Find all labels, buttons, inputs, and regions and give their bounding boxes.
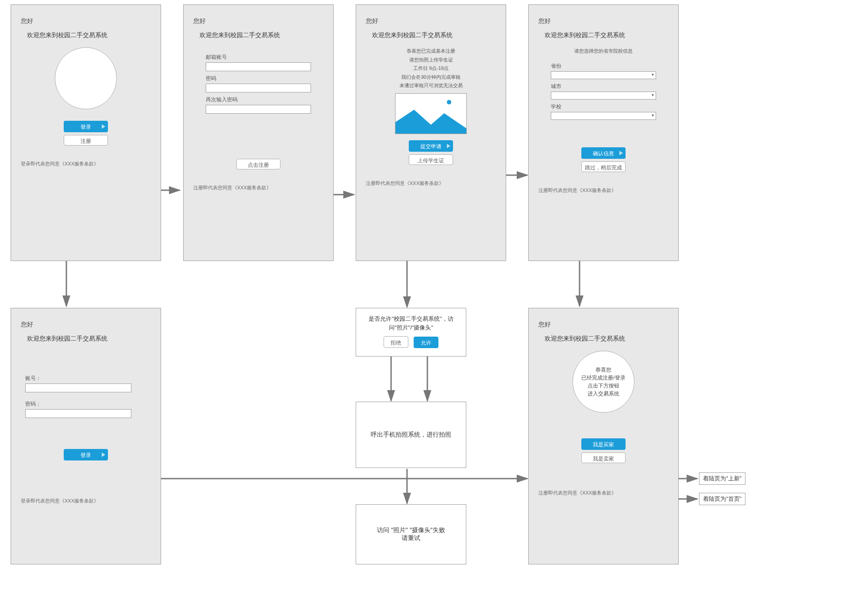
screen-select-school: 您好 欢迎您来到校园二手交易系统 请您选择您的省市院校信息 省份 城市 学校 确… — [528, 4, 679, 261]
seller-button[interactable]: 我是卖家 — [581, 453, 626, 463]
skip-button[interactable]: 跳过，稍后完成 — [581, 161, 626, 172]
circle-l3: 点击下方按钮 — [581, 382, 625, 390]
info-line-4: 我们会在30分钟内完成审核 — [366, 73, 496, 81]
province-select[interactable] — [551, 71, 656, 79]
fail-line-1: 访问 "照片" "摄像头"失败 — [377, 526, 445, 534]
label-password: 密码 — [206, 75, 311, 82]
password2-field[interactable] — [206, 105, 311, 114]
email-field[interactable] — [206, 62, 311, 71]
camera-step: 呼出手机拍照系统，进行拍照 — [356, 402, 466, 468]
welcome-title: 欢迎您来到校园二手交易系统 — [21, 31, 151, 39]
upload-id-button[interactable]: 上传学生证 — [409, 154, 453, 165]
label-city: 城市 — [551, 83, 656, 90]
fail-line-2: 请重试 — [402, 534, 420, 542]
city-select[interactable] — [551, 92, 656, 100]
password-field[interactable] — [25, 409, 131, 418]
camera-text: 呼出手机拍照系统，进行拍照 — [371, 431, 451, 439]
allow-button[interactable]: 允许 — [414, 337, 438, 348]
label-email: 邮箱账号 — [206, 54, 311, 61]
note-landing-new: 着陆页为"上新" — [699, 472, 745, 485]
screen-upload-id: 您好 欢迎您来到校园二手交易系统 恭喜您已完成基本注册 请您拍照上传学生证 工作… — [356, 4, 506, 261]
buyer-button[interactable]: 我是买家 — [581, 438, 626, 450]
submit-application-button[interactable]: 提交申请 — [409, 140, 453, 152]
terms-text: 注册即代表您同意《XXX服务条款》 — [538, 490, 668, 496]
terms-text: 注册即代表您同意《XXX服务条款》 — [538, 187, 668, 194]
image-placeholder — [395, 93, 467, 134]
terms-text: 注册即代表您同意《XXX服务条款》 — [193, 184, 323, 191]
terms-text: 登录即代表您同意《XXX服务条款》 — [21, 498, 151, 504]
login-button[interactable]: 登录 — [64, 121, 108, 132]
screen-register-form: 您好 欢迎您来到校园二手交易系统 邮箱账号 密码 再次输入密码 点击注册 注册即… — [183, 4, 334, 261]
greeting: 您好 — [366, 17, 496, 25]
greeting: 您好 — [538, 17, 668, 25]
label-password2: 再次输入密码 — [206, 96, 311, 104]
welcome-title: 欢迎您来到校园二手交易系统 — [193, 31, 323, 39]
greeting: 您好 — [538, 321, 668, 329]
school-select[interactable] — [551, 112, 656, 120]
welcome-title: 欢迎您来到校园二手交易系统 — [366, 31, 496, 39]
info-line-1: 恭喜您已完成基本注册 — [366, 47, 496, 55]
info-line-5: 未通过审核只可浏览无法交易 — [366, 82, 496, 90]
info-line-2: 请您拍照上传学生证 — [366, 56, 496, 64]
label-account: 账号： — [25, 375, 146, 382]
permission-dialog: 是否允许"校园二手交易系统"，访问"照片"/"摄像头" 拒绝 允许 — [356, 308, 466, 357]
permission-text: 是否允许"校园二手交易系统"，访问"照片"/"摄像头" — [362, 315, 460, 332]
screen-done: 您好 欢迎您来到校园二手交易系统 恭喜您 已经完成注册/登录 点击下方按钮 进入… — [528, 308, 679, 564]
note-landing-home: 着陆页为"首页" — [699, 493, 745, 505]
avatar-placeholder — [55, 47, 117, 109]
label-province: 省份 — [551, 62, 656, 70]
circle-l2: 已经完成注册/登录 — [581, 374, 625, 382]
deny-button[interactable]: 拒绝 — [384, 336, 408, 348]
password-field[interactable] — [206, 84, 311, 92]
confirm-info-button[interactable]: 确认信息 — [581, 147, 626, 159]
label-school: 学校 — [551, 103, 656, 111]
screen-login-landing: 您好 欢迎您来到校园二手交易系统 登录 注册 登录即代表您同意《XXX服务条款》 — [11, 4, 161, 261]
submit-register-button[interactable]: 点击注册 — [236, 159, 280, 169]
greeting: 您好 — [21, 321, 151, 329]
circle-l1: 恭喜您 — [581, 366, 625, 374]
info-line-3: 工作日 9点-18点 — [366, 65, 496, 73]
login-button[interactable]: 登录 — [64, 449, 108, 460]
greeting: 您好 — [193, 17, 323, 25]
screen-login-form: 您好 欢迎您来到校园二手交易系统 账号： 密码： 登录 登录即代表您同意《XXX… — [11, 308, 161, 564]
welcome-title: 欢迎您来到校园二手交易系统 — [21, 335, 151, 343]
terms-text: 登录即代表您同意《XXX服务条款》 — [21, 161, 151, 167]
label-password: 密码： — [25, 400, 146, 408]
account-field[interactable] — [25, 384, 131, 392]
welcome-title: 欢迎您来到校园二手交易系统 — [538, 335, 668, 343]
welcome-title: 欢迎您来到校园二手交易系统 — [538, 31, 668, 39]
fail-step: 访问 "照片" "摄像头"失败 请重试 — [356, 504, 466, 564]
subtitle: 请您选择您的省市院校信息 — [538, 47, 668, 55]
circle-l4: 进入交易系统 — [581, 390, 625, 398]
greeting: 您好 — [21, 17, 151, 25]
terms-text: 注册即代表您同意《XXX服务条款》 — [366, 180, 496, 187]
register-button[interactable]: 注册 — [64, 135, 108, 146]
success-circle: 恭喜您 已经完成注册/登录 点击下方按钮 进入交易系统 — [572, 351, 634, 413]
